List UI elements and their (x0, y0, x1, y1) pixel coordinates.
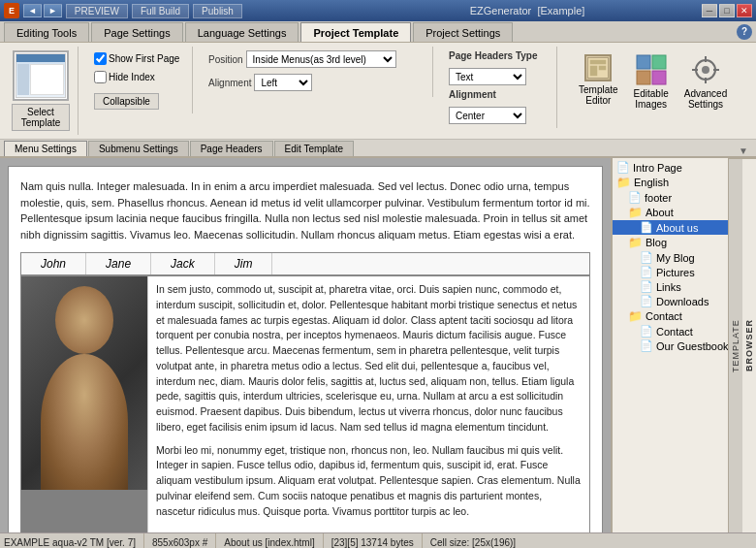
alignment2-label: Alignment (449, 89, 496, 100)
select-template-button[interactable]: Select Template (12, 104, 70, 131)
editable-images-label: EditableImages (634, 88, 669, 110)
tree-item-contact-page[interactable]: 📄 Contact (613, 324, 728, 338)
tree-item-downloads[interactable]: 📄 Downloads (613, 294, 728, 308)
hide-index-label: Hide Index (109, 72, 155, 82)
alignment-label: Alignment (208, 78, 251, 88)
tab-jane[interactable]: Jane (86, 253, 151, 274)
page-icon-about-us: 📄 (640, 221, 653, 234)
template-preview (13, 50, 69, 101)
tab-jim[interactable]: Jim (215, 253, 273, 274)
page-icon-pictures: 📄 (640, 266, 653, 278)
title-tabs: PREVIEW Full Build Publish (66, 4, 242, 18)
svg-rect-1 (590, 60, 607, 65)
template-editor-button[interactable]: TemplateEditor (573, 50, 624, 110)
page-icon-guestbook: 📄 (640, 339, 653, 352)
tab-editing-tools[interactable]: Editing Tools (4, 22, 89, 42)
help-button[interactable]: ? (737, 24, 752, 40)
alignment2-select[interactable]: Center (449, 107, 526, 124)
tree-item-blog-folder[interactable]: 📁 Blog (613, 235, 728, 250)
tab-john[interactable]: John (21, 253, 86, 274)
preview-tab[interactable]: PREVIEW (66, 4, 128, 18)
folder-icon-about: 📁 (628, 206, 643, 219)
alignment-select[interactable]: Left (254, 74, 312, 91)
page-icon-downloads: 📄 (640, 295, 653, 307)
show-first-page-checkbox[interactable] (94, 52, 107, 65)
tree-item-english[interactable]: 📁 English (613, 175, 728, 190)
tab-page-settings[interactable]: Page Settings (91, 22, 183, 42)
title-bar-left: E ◄ ► PREVIEW Full Build Publish (4, 3, 353, 18)
svg-rect-4 (637, 55, 650, 69)
person-tabs: John Jane Jack Jim (21, 253, 589, 275)
page-icon-my-blog: 📄 (640, 251, 653, 264)
browser-side-label[interactable]: BROWSER (742, 158, 756, 532)
hide-index-checkbox[interactable] (94, 71, 107, 83)
tree-panel: 📄 Intro Page 📁 English 📄 footer 📁 About … (613, 158, 728, 532)
tree-side-labels: BROWSER TEMPLATE (728, 158, 756, 532)
ribbon: Select Template Show First Page Hide Ind… (0, 43, 756, 139)
nav-back-button[interactable]: ◄ (23, 4, 42, 17)
tree-item-guestbook[interactable]: 📄 Our Guestbook (613, 338, 728, 353)
maximize-button[interactable]: □ (719, 4, 735, 17)
page-headers-type-select[interactable]: Text (449, 68, 526, 85)
tree-item-contact-folder[interactable]: 📁 Contact (613, 308, 728, 324)
show-first-page-row: Show First Page (94, 52, 179, 65)
position-select[interactable]: Inside Menus(as 3rd level) (246, 50, 396, 68)
advanced-settings-label: AdvancedSettings (684, 88, 727, 110)
svg-rect-2 (590, 66, 598, 77)
toolbar-area: Editing Tools Page Settings Language Set… (0, 21, 756, 158)
sub-tabs: Menu Settings Submenu Settings Page Head… (0, 139, 756, 156)
subtab-edit-template[interactable]: Edit Template (274, 141, 354, 156)
status-resolution: 855x603px # (152, 533, 216, 548)
template-editor-label: TemplateEditor (579, 84, 618, 106)
advanced-settings-button[interactable]: AdvancedSettings (678, 50, 733, 113)
page-headers-section: Page Headers Type Text Alignment Center (441, 47, 557, 128)
show-first-page-label: Show First Page (109, 53, 179, 64)
page-icon-contact: 📄 (640, 325, 653, 338)
tree-item-intro[interactable]: 📄 Intro Page (613, 160, 728, 175)
tab-jack[interactable]: Jack (151, 253, 215, 274)
content-table: John Jane Jack Jim In sem justo, commodo… (20, 252, 590, 532)
site-tree-panel: 📄 Intro Page 📁 English 📄 footer 📁 About … (611, 158, 756, 532)
tree-item-links[interactable]: 📄 Links (613, 279, 728, 294)
folder-icon-english: 📁 (616, 176, 631, 189)
content-main: In sem justo, commodo ut, suscipit at, p… (21, 275, 589, 532)
template-thumbnail-section: Select Template (4, 47, 79, 135)
nav-forward-button[interactable]: ► (44, 4, 62, 17)
subtab-page-headers[interactable]: Page Headers (190, 141, 273, 156)
page-editor[interactable]: Nam quis nulla. Integer malesuada. In in… (0, 158, 611, 532)
collapsible-row: Collapsible (94, 93, 159, 110)
title-bar: E ◄ ► PREVIEW Full Build Publish EZGener… (0, 0, 756, 21)
editable-images-icon (636, 54, 667, 85)
status-page: About us [index.html] (224, 533, 323, 548)
template-side-label[interactable]: TEMPLATE (729, 158, 742, 532)
tab-project-settings[interactable]: Project Settings (413, 22, 513, 42)
article-para2: Morbi leo mi, nonummy eget, tristique no… (156, 443, 582, 520)
tree-item-pictures[interactable]: 📄 Pictures (613, 265, 728, 279)
page-icon-links: 📄 (640, 280, 653, 293)
minimize-button[interactable]: ─ (702, 4, 717, 17)
publish-tab[interactable]: Publish (193, 4, 242, 18)
article-para1: In sem justo, commodo ut, suscipit at, p… (156, 282, 582, 435)
tree-item-my-blog[interactable]: 📄 My Blog (613, 250, 728, 265)
editable-images-button[interactable]: EditableImages (628, 50, 675, 113)
position-row: Position Inside Menus(as 3rd level) (208, 50, 396, 68)
position-alignment-section: Position Inside Menus(as 3rd level) Alig… (201, 47, 433, 97)
subtab-menu-settings[interactable]: Menu Settings (4, 141, 87, 156)
folder-icon-contact: 📁 (628, 309, 643, 323)
build-tab[interactable]: Full Build (132, 4, 189, 18)
sub-tab-arrow: ▼ (739, 145, 752, 156)
tab-language-settings[interactable]: Language Settings (185, 22, 299, 42)
folder-icon-blog: 📁 (628, 236, 643, 249)
tree-item-about-folder[interactable]: 📁 About (613, 205, 728, 220)
collapsible-button[interactable]: Collapsible (94, 93, 159, 110)
tab-project-template[interactable]: Project Template (300, 22, 411, 42)
svg-rect-6 (637, 71, 650, 84)
tree-item-about-us[interactable]: 📄 About us (613, 220, 728, 235)
close-button[interactable]: ✕ (737, 4, 752, 17)
tree-item-footer[interactable]: 📄 footer (613, 190, 728, 205)
nav-buttons: ◄ ► (23, 4, 62, 17)
page-content: Nam quis nulla. Integer malesuada. In in… (8, 166, 603, 532)
checkboxes-section: Show First Page Hide Index Collapsible (86, 47, 193, 113)
subtab-submenu-settings[interactable]: Submenu Settings (88, 141, 189, 156)
window-title: EZGenerator [Example] (353, 5, 702, 16)
